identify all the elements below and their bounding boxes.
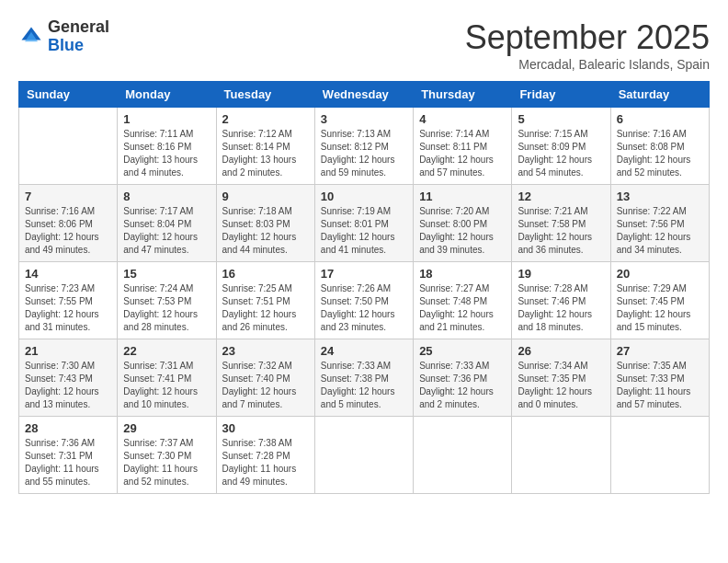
cell-info: Sunrise: 7:35 AM Sunset: 7:33 PM Dayligh…: [617, 360, 703, 411]
calendar-cell: 27Sunrise: 7:35 AM Sunset: 7:33 PM Dayli…: [610, 339, 709, 417]
calendar-cell: [414, 417, 512, 494]
location-text: Mercadal, Balearic Islands, Spain: [465, 57, 710, 72]
calendar-cell: 20Sunrise: 7:29 AM Sunset: 7:45 PM Dayli…: [610, 262, 709, 339]
day-number: 10: [321, 190, 407, 203]
calendar-cell: 28Sunrise: 7:36 AM Sunset: 7:31 PM Dayli…: [19, 417, 118, 494]
calendar-cell: 23Sunrise: 7:32 AM Sunset: 7:40 PM Dayli…: [216, 339, 314, 417]
day-number: 8: [123, 190, 210, 203]
day-number: 27: [617, 344, 703, 358]
day-number: 23: [222, 344, 309, 358]
calendar-cell: 16Sunrise: 7:25 AM Sunset: 7:51 PM Dayli…: [216, 262, 314, 339]
calendar-header-row: SundayMondayTuesdayWednesdayThursdayFrid…: [19, 82, 710, 108]
cell-info: Sunrise: 7:21 AM Sunset: 7:58 PM Dayligh…: [518, 205, 604, 257]
day-header-monday: Monday: [118, 82, 216, 108]
logo-general-text: General: [48, 18, 109, 37]
cell-info: Sunrise: 7:17 AM Sunset: 8:04 PM Dayligh…: [123, 205, 210, 257]
calendar-cell: 17Sunrise: 7:26 AM Sunset: 7:50 PM Dayli…: [314, 262, 413, 339]
logo-text: General Blue: [48, 18, 109, 55]
calendar-cell: 1Sunrise: 7:11 AM Sunset: 8:16 PM Daylig…: [118, 108, 216, 185]
logo-blue-text: Blue: [48, 37, 109, 55]
day-number: 13: [617, 190, 703, 203]
day-number: 3: [321, 112, 407, 126]
cell-info: Sunrise: 7:23 AM Sunset: 7:55 PM Dayligh…: [25, 282, 111, 334]
day-header-saturday: Saturday: [610, 82, 709, 108]
calendar-cell: 14Sunrise: 7:23 AM Sunset: 7:55 PM Dayli…: [19, 262, 118, 339]
calendar-table: SundayMondayTuesdayWednesdayThursdayFrid…: [18, 81, 710, 494]
day-number: 28: [25, 421, 111, 435]
cell-info: Sunrise: 7:15 AM Sunset: 8:09 PM Dayligh…: [518, 128, 604, 179]
day-number: 29: [123, 421, 210, 435]
day-number: 6: [617, 112, 703, 126]
day-number: 24: [321, 344, 407, 358]
calendar-cell: 30Sunrise: 7:38 AM Sunset: 7:28 PM Dayli…: [216, 417, 314, 494]
cell-info: Sunrise: 7:11 AM Sunset: 8:16 PM Dayligh…: [123, 128, 210, 179]
calendar-cell: 18Sunrise: 7:27 AM Sunset: 7:48 PM Dayli…: [414, 262, 512, 339]
logo: General Blue: [18, 18, 109, 55]
day-number: 20: [617, 267, 703, 281]
calendar-cell: 15Sunrise: 7:24 AM Sunset: 7:53 PM Dayli…: [118, 262, 216, 339]
cell-info: Sunrise: 7:19 AM Sunset: 8:01 PM Dayligh…: [321, 205, 407, 257]
day-number: 19: [518, 267, 604, 281]
calendar-cell: 29Sunrise: 7:37 AM Sunset: 7:30 PM Dayli…: [118, 417, 216, 494]
calendar-cell: 10Sunrise: 7:19 AM Sunset: 8:01 PM Dayli…: [314, 185, 413, 262]
calendar-cell: 8Sunrise: 7:17 AM Sunset: 8:04 PM Daylig…: [118, 185, 216, 262]
calendar-cell: 9Sunrise: 7:18 AM Sunset: 8:03 PM Daylig…: [216, 185, 314, 262]
day-header-sunday: Sunday: [19, 82, 118, 108]
day-number: 15: [123, 267, 210, 281]
calendar-cell: [610, 417, 709, 494]
page-header: General Blue September 2025 Mercadal, Ba…: [18, 18, 710, 72]
day-number: 7: [25, 190, 111, 203]
calendar-cell: [512, 417, 610, 494]
day-number: 22: [123, 344, 210, 358]
calendar-cell: 22Sunrise: 7:31 AM Sunset: 7:41 PM Dayli…: [118, 339, 216, 417]
calendar-cell: 4Sunrise: 7:14 AM Sunset: 8:11 PM Daylig…: [414, 108, 512, 185]
day-number: 12: [518, 190, 604, 203]
cell-info: Sunrise: 7:36 AM Sunset: 7:31 PM Dayligh…: [25, 437, 111, 488]
day-number: 18: [419, 267, 506, 281]
cell-info: Sunrise: 7:29 AM Sunset: 7:45 PM Dayligh…: [617, 282, 703, 334]
day-number: 17: [321, 267, 407, 281]
calendar-week-row: 21Sunrise: 7:30 AM Sunset: 7:43 PM Dayli…: [19, 339, 710, 417]
calendar-cell: 26Sunrise: 7:34 AM Sunset: 7:35 PM Dayli…: [512, 339, 610, 417]
cell-info: Sunrise: 7:26 AM Sunset: 7:50 PM Dayligh…: [321, 282, 407, 334]
day-number: 1: [123, 112, 210, 126]
day-number: 21: [25, 344, 111, 358]
day-number: 16: [222, 267, 309, 281]
calendar-cell: 2Sunrise: 7:12 AM Sunset: 8:14 PM Daylig…: [216, 108, 314, 185]
day-header-friday: Friday: [512, 82, 610, 108]
calendar-cell: 19Sunrise: 7:28 AM Sunset: 7:46 PM Dayli…: [512, 262, 610, 339]
cell-info: Sunrise: 7:12 AM Sunset: 8:14 PM Dayligh…: [222, 128, 309, 179]
day-number: 26: [518, 344, 604, 358]
cell-info: Sunrise: 7:25 AM Sunset: 7:51 PM Dayligh…: [222, 282, 309, 334]
logo-icon: [18, 24, 44, 50]
calendar-week-row: 14Sunrise: 7:23 AM Sunset: 7:55 PM Dayli…: [19, 262, 710, 339]
day-header-thursday: Thursday: [414, 82, 512, 108]
cell-info: Sunrise: 7:18 AM Sunset: 8:03 PM Dayligh…: [222, 205, 309, 257]
cell-info: Sunrise: 7:28 AM Sunset: 7:46 PM Dayligh…: [518, 282, 604, 334]
day-number: 4: [419, 112, 506, 126]
day-header-wednesday: Wednesday: [314, 82, 413, 108]
cell-info: Sunrise: 7:37 AM Sunset: 7:30 PM Dayligh…: [123, 437, 210, 488]
cell-info: Sunrise: 7:33 AM Sunset: 7:38 PM Dayligh…: [321, 360, 407, 411]
cell-info: Sunrise: 7:20 AM Sunset: 8:00 PM Dayligh…: [419, 205, 506, 257]
calendar-cell: [19, 108, 118, 185]
day-number: 9: [222, 190, 309, 203]
cell-info: Sunrise: 7:16 AM Sunset: 8:08 PM Dayligh…: [617, 128, 703, 179]
calendar-cell: 13Sunrise: 7:22 AM Sunset: 7:56 PM Dayli…: [610, 185, 709, 262]
calendar-week-row: 1Sunrise: 7:11 AM Sunset: 8:16 PM Daylig…: [19, 108, 710, 185]
cell-info: Sunrise: 7:30 AM Sunset: 7:43 PM Dayligh…: [25, 360, 111, 411]
cell-info: Sunrise: 7:13 AM Sunset: 8:12 PM Dayligh…: [321, 128, 407, 179]
calendar-week-row: 7Sunrise: 7:16 AM Sunset: 8:06 PM Daylig…: [19, 185, 710, 262]
month-title: September 2025: [465, 18, 710, 57]
calendar-cell: 21Sunrise: 7:30 AM Sunset: 7:43 PM Dayli…: [19, 339, 118, 417]
day-number: 25: [419, 344, 506, 358]
calendar-cell: 24Sunrise: 7:33 AM Sunset: 7:38 PM Dayli…: [314, 339, 413, 417]
calendar-cell: 5Sunrise: 7:15 AM Sunset: 8:09 PM Daylig…: [512, 108, 610, 185]
cell-info: Sunrise: 7:34 AM Sunset: 7:35 PM Dayligh…: [518, 360, 604, 411]
calendar-cell: 6Sunrise: 7:16 AM Sunset: 8:08 PM Daylig…: [610, 108, 709, 185]
day-number: 30: [222, 421, 309, 435]
day-number: 2: [222, 112, 309, 126]
cell-info: Sunrise: 7:27 AM Sunset: 7:48 PM Dayligh…: [419, 282, 506, 334]
cell-info: Sunrise: 7:31 AM Sunset: 7:41 PM Dayligh…: [123, 360, 210, 411]
calendar-cell: 25Sunrise: 7:33 AM Sunset: 7:36 PM Dayli…: [414, 339, 512, 417]
